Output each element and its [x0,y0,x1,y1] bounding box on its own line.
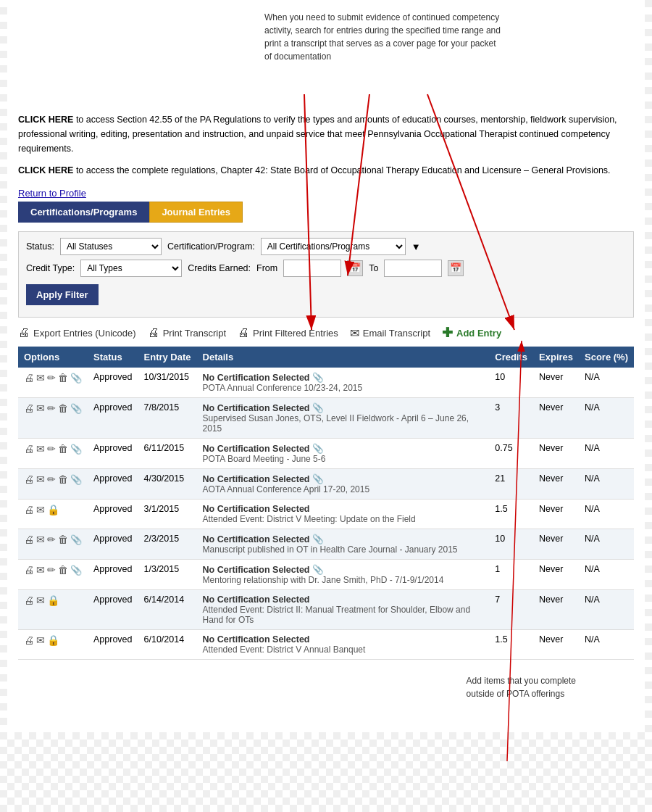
row-options-cell: 🖨✉🔒 [18,500,88,529]
row-icon[interactable]: ✉ [36,594,45,606]
status-label: Status: [26,241,54,252]
row-icon[interactable]: 🔒 [47,594,59,606]
row-entry-date: 10/31/2015 [138,368,197,398]
row-icon[interactable]: 🗑 [58,534,68,545]
row-icons: 🖨✉🔒 [24,634,82,646]
row-icon[interactable]: ✉ [36,402,45,414]
row-status: Approved [88,529,138,560]
row-icon[interactable]: ✏ [47,534,56,545]
print-filtered-button[interactable]: 🖨 Print Filtered Entries [238,326,338,339]
to-label: To [369,263,378,273]
credit-type-label: Credit Type: [26,263,75,273]
row-icon[interactable]: ✉ [36,473,45,485]
table-header-row: Options Status Entry Date Details Credit… [18,347,634,368]
row-icon[interactable]: 🔒 [47,634,59,646]
row-icon[interactable]: ✏ [47,443,56,455]
row-icon[interactable]: 🗑 [58,372,68,384]
row-icon[interactable]: 🖨 [24,372,34,384]
row-options-cell: 🖨✉✏🗑📎 [18,398,88,439]
row-icon[interactable]: ✏ [47,402,56,414]
row-icon[interactable]: 🗑 [58,473,68,485]
row-score: N/A [579,560,634,590]
detail-sub: AOTA Annual Conference April 17-20, 2015 [203,484,484,494]
row-icon[interactable]: 🖨 [24,443,34,455]
journal-entries-table: Options Status Entry Date Details Credit… [18,347,634,660]
status-select[interactable]: All Statuses [60,238,162,255]
row-expires: Never [533,560,579,590]
row-icon[interactable]: 🔒 [47,504,59,515]
to-date-input[interactable] [384,260,442,277]
row-icon[interactable]: ✏ [47,372,56,384]
row-status: Approved [88,630,138,660]
click-here-link-2[interactable]: CLICK HERE [18,165,73,175]
apply-filter-button[interactable]: Apply Filter [26,284,99,305]
row-options-cell: 🖨✉✏🗑📎 [18,560,88,590]
row-icons: 🖨✉✏🗑📎 [24,534,82,545]
table-row: 🖨✉✏🗑📎Approved2/3/2015No Certification Se… [18,529,634,560]
row-expires: Never [533,439,579,469]
row-icon[interactable]: ✉ [36,564,45,576]
to-calendar-icon[interactable]: 📅 [448,260,464,276]
row-icon[interactable]: ✉ [36,504,45,515]
row-icon[interactable]: 🖨 [24,402,34,414]
row-icon[interactable]: ✉ [36,634,45,646]
return-to-profile-link[interactable]: Return to Profile [18,188,634,199]
attachment-icon: 📎 [70,403,82,414]
from-date-input[interactable] [283,260,341,277]
row-expires: Never [533,590,579,630]
row-icons: 🖨✉🔒 [24,504,82,515]
row-icons: 🖨✉🔒 [24,594,82,606]
row-expires: Never [533,368,579,398]
row-icon[interactable]: 🖨 [24,504,34,515]
tab-certifications[interactable]: Certifications/Programs [18,202,149,223]
row-options-cell: 🖨✉✏🗑📎 [18,368,88,398]
row-icon[interactable]: ✏ [47,473,56,485]
row-icon[interactable]: 🖨 [24,473,34,485]
row-icon[interactable]: ✉ [36,372,45,384]
row-entry-date: 3/1/2015 [138,500,197,529]
row-icon[interactable]: ✉ [36,534,45,545]
detail-sub: Supervised Susan Jones, OTS, Level II Fi… [203,413,484,434]
row-icon[interactable]: 🗑 [58,564,68,576]
tab-journal-entries[interactable]: Journal Entries [149,202,243,223]
detail-sub: Mentoring relationship with Dr. Jane Smi… [203,575,484,585]
row-icon[interactable]: 🖨 [24,594,34,606]
row-icon[interactable]: 🗑 [58,443,68,455]
from-calendar-icon[interactable]: 📅 [347,260,363,276]
detail-title: No Certification Selected 📎 [203,372,484,383]
row-icons: 🖨✉✏🗑📎 [24,564,82,576]
row-details: No Certification Selected 📎POTA Board Me… [197,439,490,469]
row-icons: 🖨✉✏🗑📎 [24,443,82,455]
row-options-cell: 🖨✉🔒 [18,590,88,630]
table-row: 🖨✉✏🗑📎Approved10/31/2015No Certification … [18,368,634,398]
row-options-cell: 🖨✉🔒 [18,630,88,660]
row-icon[interactable]: 🖨 [24,634,34,646]
click-here-link-1[interactable]: CLICK HERE [18,115,73,125]
email-transcript-button[interactable]: ✉ Email Transcript [350,326,430,340]
detail-title: No Certification Selected [203,504,484,514]
detail-attachment-icon: 📎 [310,565,324,575]
col-expires: Expires [533,347,579,368]
row-icon[interactable]: 🗑 [58,402,68,414]
click-here-body-2: to access the complete regulations, Chap… [73,165,610,175]
row-icon[interactable]: 🖨 [24,534,34,545]
row-score: N/A [579,469,634,500]
row-icon[interactable]: ✏ [47,564,56,576]
row-options-cell: 🖨✉✏🗑📎 [18,529,88,560]
row-status: Approved [88,469,138,500]
detail-sub: Attended Event: District II: Manual Trea… [203,605,484,625]
row-details: No Certification Selected 📎AOTA Annual C… [197,469,490,500]
print-transcript-icon: 🖨 [148,326,159,339]
print-transcript-button[interactable]: 🖨 Print Transcript [148,326,226,339]
detail-attachment-icon: 📎 [310,403,324,413]
action-buttons-row: 🖨 Export Entries (Unicode) 🖨 Print Trans… [18,325,634,341]
credit-type-select[interactable]: All Types [80,260,182,277]
add-entry-button[interactable]: ✚ Add Entry [442,325,501,341]
cert-select[interactable]: All Certifications/Programs [261,238,406,255]
export-entries-button[interactable]: 🖨 Export Entries (Unicode) [18,326,136,339]
col-credits: Credits [489,347,533,368]
row-icon[interactable]: 🖨 [24,564,34,576]
row-icon[interactable]: ✉ [36,443,45,455]
row-entry-date: 2/3/2015 [138,529,197,560]
row-details: No Certification SelectedAttended Event:… [197,500,490,529]
